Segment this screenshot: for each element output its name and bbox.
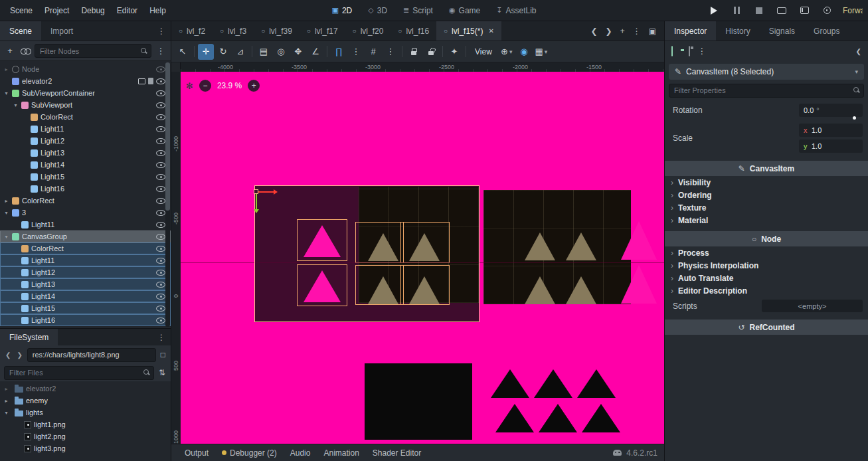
dock-tab[interactable]: Scene [0,21,41,41]
select-tool-button[interactable]: ↖ [175,44,191,60]
current-path-input[interactable] [27,348,156,362]
scene-tree-row[interactable]: ▾ SubViewportContainer [0,87,171,99]
play-button[interactable] [707,4,721,17]
scene-tab[interactable]: ○ lvl_f16 ✕ [391,21,436,41]
workspace-tab[interactable]: ◇ 3D [361,0,394,21]
scene-tree-row[interactable]: Light11 [0,254,171,266]
bottom-panel-tab[interactable]: Animation [317,448,365,458]
zoom-out-button[interactable]: − [199,80,211,92]
filter-nodes-input[interactable] [35,44,151,58]
prev-scene-icon[interactable]: ❮ [591,27,598,36]
visibility-eye-icon[interactable] [156,198,165,204]
smart-snap-button[interactable]: ∏ [331,44,347,60]
scene-tree-row[interactable]: ▾ SubViewport [0,99,171,111]
scene-tree-row[interactable]: Light14 [0,290,171,302]
filter-files-input[interactable] [4,366,154,380]
dock-tab[interactable]: History [716,21,759,41]
property-category-row[interactable]: › Texture [665,201,868,214]
visibility-eye-icon[interactable] [156,186,165,192]
scene-tree-row[interactable]: Light15 [0,171,171,183]
expand-arrow[interactable]: ▸ [3,386,9,392]
pivot-tool-button[interactable]: ◎ [273,44,289,60]
visibility-eye-icon[interactable] [156,234,165,240]
refcounted-section-header[interactable]: ↺ RefCounted [665,320,868,335]
unlock-button[interactable] [423,44,439,60]
vertical-ruler[interactable]: -1000-50005001000 [171,72,181,444]
property-category-row[interactable]: › Auto Translate [665,272,868,284]
visibility-eye-icon[interactable] [156,258,165,264]
filesystem-row[interactable]: ▾ lights [0,407,171,418]
filesystem-row[interactable]: ▸ enemy [0,395,171,407]
lock-button[interactable] [406,44,422,60]
rotate-tool-button[interactable]: ↻ [215,44,231,60]
property-category-row[interactable]: › Visibility [665,176,868,189]
workspace-tab[interactable]: ◉ Game [442,0,487,21]
sort-files-icon[interactable]: ⇅ [157,368,167,377]
menubar-menu[interactable]: Debug [75,0,110,21]
scene-list-menu-icon[interactable]: ⋮ [633,27,641,36]
bottom-panel-tab[interactable]: Debugger (2) [215,448,284,458]
scene-tree-row[interactable]: elevator2 [0,75,171,87]
rotation-slider-handle[interactable] [853,116,856,120]
script-empty-button[interactable]: <empty> [762,300,863,312]
canvasitem-section-header[interactable]: ✎ CanvasItem [665,161,868,176]
stop-button[interactable] [752,4,766,17]
property-category-row[interactable]: › Material [665,214,868,227]
property-category-row[interactable]: › Physics Interpolation [665,259,868,272]
selection-bounding-box[interactable] [254,185,479,322]
property-category-row[interactable]: › Process [665,246,868,259]
filesystem-row[interactable]: light3.png [0,442,171,454]
visibility-eye-icon[interactable] [156,162,165,168]
snap-menu-icon[interactable]: ⋮ [383,44,398,60]
expand-arrow[interactable]: ▾ [3,210,9,216]
zoom-level[interactable]: 23.9 % [217,81,242,90]
bottom-panel-tab[interactable]: Output [178,448,215,458]
split-view-icon[interactable]: □ [159,350,167,359]
scene-tree-row[interactable]: Light16 [0,183,171,195]
filesystem-tab[interactable]: FileSystem [0,329,58,345]
add-node-button[interactable]: + [4,45,16,58]
visibility-eye-icon[interactable] [156,174,165,180]
dock-tab[interactable]: Import [41,21,82,41]
movie-maker-button[interactable] [820,4,833,17]
dock-tab[interactable]: Inspector [665,21,716,41]
menubar-menu[interactable]: Help [143,0,172,21]
visibility-eye-icon[interactable] [156,282,165,288]
menubar-menu[interactable]: Scene [4,0,39,21]
property-category-row[interactable]: › Editor Description [665,284,868,297]
scale-x-input[interactable]: x 1.0 [799,124,863,137]
expand-arrow[interactable]: ▾ [13,102,19,108]
expand-arrow[interactable]: ▾ [3,410,9,416]
expand-arrow[interactable]: ▾ [3,234,9,240]
visibility-eye-icon[interactable] [156,126,165,132]
scene-tree-row[interactable]: Light13 [0,147,171,159]
visibility-eye-icon[interactable] [156,222,165,228]
scene-tree-row[interactable]: ▾ 3 [0,207,171,219]
play-custom-scene-button[interactable] [798,4,811,17]
scene-tree-row[interactable]: ▾ CanvasGroup [0,230,171,242]
next-scene-icon[interactable]: ❯ [606,27,612,36]
scale-y-input[interactable]: y 1.0 [799,139,863,153]
menubar-menu[interactable]: Editor [111,0,143,21]
scene-tree-row[interactable]: ▸ ColorRect [0,195,171,207]
zoom-in-button[interactable]: + [248,80,260,92]
workspace-tab[interactable]: ▣ 2D [325,0,359,21]
filesystem-row[interactable]: ▸ elevator2 [0,383,171,395]
visibility-eye-icon[interactable] [156,270,165,276]
dock-menu-icon[interactable]: ⋮ [152,27,171,36]
collapse-dock-icon[interactable]: ❮ [856,48,861,55]
expand-arrow[interactable]: ▸ [3,66,9,72]
move-tool-button[interactable]: ✛ [198,44,214,60]
property-category-row[interactable]: › Ordering [665,189,868,201]
filesystem-menu-icon[interactable]: ⋮ [152,333,171,342]
center-view-button[interactable]: ⊕▾ [499,44,515,60]
node-section-header[interactable]: ○ Node [665,231,868,246]
gizmo-origin-handle[interactable] [254,189,258,194]
visibility-eye-icon[interactable] [156,210,165,216]
visibility-eye-icon[interactable] [156,306,165,312]
script-badge-icon[interactable] [148,78,153,84]
close-icon[interactable]: ✕ [488,27,493,35]
skeleton-options-button[interactable]: ✦ [446,44,462,60]
view-menu-button[interactable]: View [470,44,497,60]
filter-properties-input[interactable] [669,84,864,98]
